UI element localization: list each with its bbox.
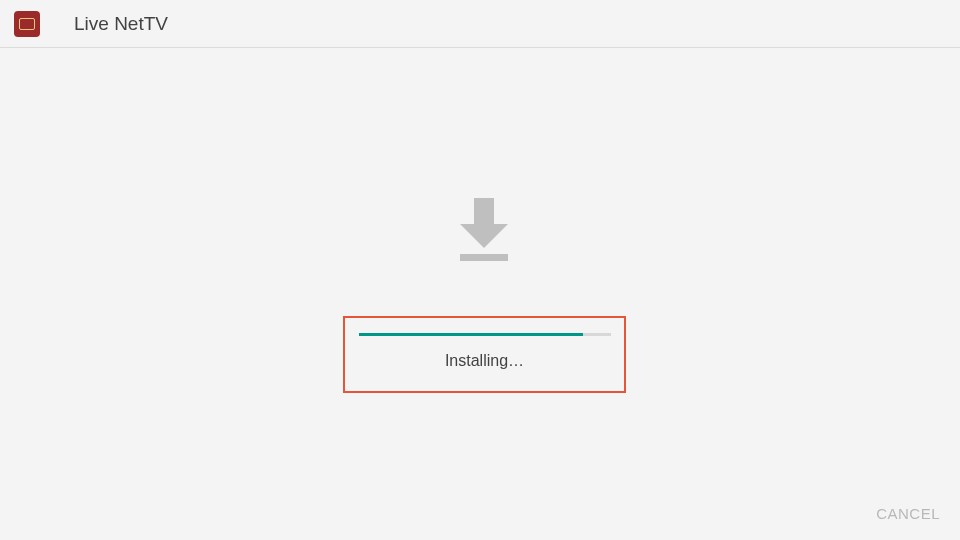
- app-title: Live NetTV: [74, 13, 168, 35]
- cancel-button[interactable]: CANCEL: [876, 505, 940, 522]
- header-bar: Live NetTV: [0, 0, 960, 48]
- installing-status-text: Installing…: [445, 352, 524, 370]
- progress-bar: [359, 333, 611, 336]
- svg-rect-0: [474, 198, 494, 224]
- app-icon: [14, 11, 40, 37]
- svg-marker-1: [460, 224, 508, 248]
- content-area: Installing… CANCEL: [0, 48, 960, 540]
- progress-highlight-box: Installing…: [343, 316, 626, 393]
- svg-rect-2: [460, 254, 508, 261]
- download-arrow-icon: [460, 198, 508, 266]
- progress-fill: [359, 333, 583, 336]
